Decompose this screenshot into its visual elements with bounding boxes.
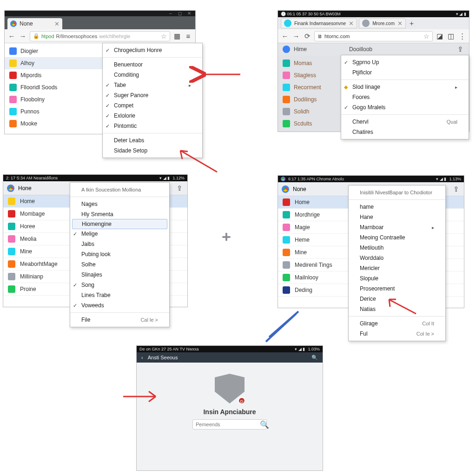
browser-tab[interactable]: None ✕ [7, 18, 62, 29]
tab-close-icon[interactable]: ✕ [397, 20, 403, 27]
address-bar[interactable]: 🔒 htpod R/Ilmoersophoces welchlhehrgle ☆ [30, 31, 170, 41]
check-icon: ✓ [106, 93, 110, 99]
menu-item-label: Natias [360, 306, 376, 312]
bookmark-label: Diogier [20, 48, 38, 54]
shield-icon[interactable]: ◪ [436, 32, 444, 40]
maximize-icon[interactable]: ◻ [178, 11, 182, 16]
menu-item-label: Pubing look [81, 251, 111, 258]
menu-item[interactable]: Nages [70, 199, 169, 209]
menu-item-label: Proseorement [360, 285, 395, 292]
menu-item[interactable]: Metiloutih [349, 243, 445, 253]
menu-item[interactable]: ✓Exlolorie [103, 111, 202, 121]
menu-item[interactable]: Benuentoor [103, 60, 202, 70]
menu-item[interactable]: ✓Pintomtic [103, 121, 202, 131]
favicon [283, 211, 290, 218]
menu-item[interactable]: ✓Voweeds [70, 300, 169, 311]
menu-item[interactable]: Hly Snmenta [70, 209, 169, 219]
menu-icon[interactable]: ≡ [184, 32, 192, 40]
address-bar[interactable]: 🗎 htornc.com ☆ [314, 31, 433, 41]
favicon [9, 60, 17, 67]
header-left: Hime [294, 46, 307, 53]
search-icon[interactable]: 🔍 [311, 355, 318, 361]
menu-item-label: Mericler [360, 265, 380, 271]
menu-item[interactable]: Slinajies [70, 270, 169, 280]
extension-icon[interactable]: ▦ [173, 32, 181, 40]
menu-item[interactable]: ◆Slod Iinage▸ [341, 82, 469, 92]
menu-item-label: Chrogeclium Honre [114, 47, 162, 53]
favicon [8, 223, 15, 230]
nav-label: Solidh [294, 108, 309, 115]
nav-label: Home [295, 199, 310, 205]
menu-item[interactable]: Hane [349, 212, 445, 222]
menu-item[interactable]: Proseorement [349, 284, 445, 294]
browser-tab-2[interactable]: Mrore.com ✕ [359, 18, 406, 28]
minimize-icon[interactable]: – [168, 11, 173, 16]
forward-icon[interactable]: → [19, 32, 27, 40]
menu-item[interactable]: ✓Tabe▸ [103, 80, 202, 90]
back-icon[interactable]: ← [7, 32, 16, 40]
menu-item[interactable]: Natias [349, 304, 445, 314]
menu-item[interactable]: ✓Suger Panore [103, 90, 202, 100]
menu-item[interactable]: hame [349, 202, 445, 212]
menu-item[interactable]: Jaibs [70, 239, 169, 249]
menu-item[interactable]: Comditing [103, 70, 202, 80]
menu-item[interactable]: ✓Melige [70, 229, 169, 239]
menu-item[interactable]: Lines Trabe [70, 290, 169, 300]
menu-item[interactable]: ✓Chrogeclium Honre [103, 45, 202, 55]
menu-item[interactable]: Derice [349, 294, 445, 304]
menu-item[interactable]: Solhe [70, 259, 169, 270]
menu-item[interactable]: Foores [341, 92, 469, 102]
bookmark-label: Alhoy [20, 60, 34, 66]
close-icon[interactable]: ✕ [187, 11, 192, 16]
menu-item[interactable]: Mericler [349, 263, 445, 273]
menu-item[interactable]: ✓Sgprno Up [341, 57, 469, 67]
menu-item[interactable]: ✓Compet [103, 100, 202, 111]
menu-item[interactable]: ✓Gogo Mralels [341, 102, 469, 112]
share-icon[interactable]: ⇪ [456, 45, 464, 53]
check-icon: ✓ [106, 113, 110, 119]
menu-item[interactable]: Worddalo [349, 253, 445, 263]
menu-item[interactable]: Marnboar▸ [349, 222, 445, 232]
favicon [9, 96, 17, 103]
favicon [283, 72, 290, 79]
menu-item[interactable]: ✓Song [70, 280, 169, 290]
share-icon[interactable]: ⇪ [452, 185, 460, 193]
new-tab-icon[interactable]: ＋ [408, 19, 416, 27]
back-icon[interactable]: ‹ [141, 355, 143, 360]
forward-icon[interactable]: → [292, 32, 300, 40]
favicon [8, 198, 15, 205]
status-signal-icon: ▾ ◢ ▮ [159, 176, 170, 180]
menu-item[interactable]: Meoing Contraelle [349, 232, 445, 243]
favicon [283, 249, 290, 256]
menu-item[interactable]: FileCal le > [70, 315, 169, 325]
browser-tab-1[interactable]: Finank Indwrnasesonvne ✕ [281, 18, 357, 28]
menu-item[interactable]: Deter Leabs [103, 135, 202, 145]
menu-item-label: Foores [352, 94, 370, 100]
menu-item[interactable]: ChervlQual [341, 117, 469, 127]
tab-close-icon[interactable]: ✕ [349, 20, 354, 27]
bookmark-star-icon[interactable]: ☆ [423, 33, 430, 40]
menu-item[interactable]: Pubing look [70, 249, 169, 259]
reload-icon[interactable]: ⟳ [303, 32, 311, 40]
menu-item[interactable]: Slopule [349, 273, 445, 284]
menu-item[interactable]: FulCol Ie > [349, 329, 445, 339]
menu-item[interactable]: Ptjificlor [341, 67, 469, 78]
menu-item-label: Comditing [114, 72, 139, 78]
menu-icon[interactable]: ⋮ [458, 32, 466, 40]
reader-icon[interactable]: ◫ [447, 32, 455, 40]
status-left: 6:17 1:35 APN Chrome Atnolo [288, 177, 344, 181]
menu-item[interactable]: Chatires [341, 127, 469, 137]
status-right: 1.03% [308, 347, 320, 351]
menu-item-label: Hiomengine [82, 221, 112, 227]
search-field[interactable]: 🔍 [192, 419, 267, 430]
check-icon: ✓ [344, 105, 348, 111]
nav-label: Home [20, 198, 35, 205]
tab-close-icon[interactable]: ✕ [54, 20, 60, 27]
share-icon[interactable]: ⇪ [175, 184, 184, 192]
menu-item[interactable]: Hiomengine [72, 219, 167, 229]
bookmark-star-icon[interactable]: ☆ [161, 33, 167, 40]
menu-item[interactable]: Sidade Setop [103, 145, 202, 156]
search-input[interactable] [196, 422, 260, 427]
back-icon[interactable]: ← [281, 32, 289, 40]
menu-item[interactable]: GlirageCol It [349, 318, 445, 329]
